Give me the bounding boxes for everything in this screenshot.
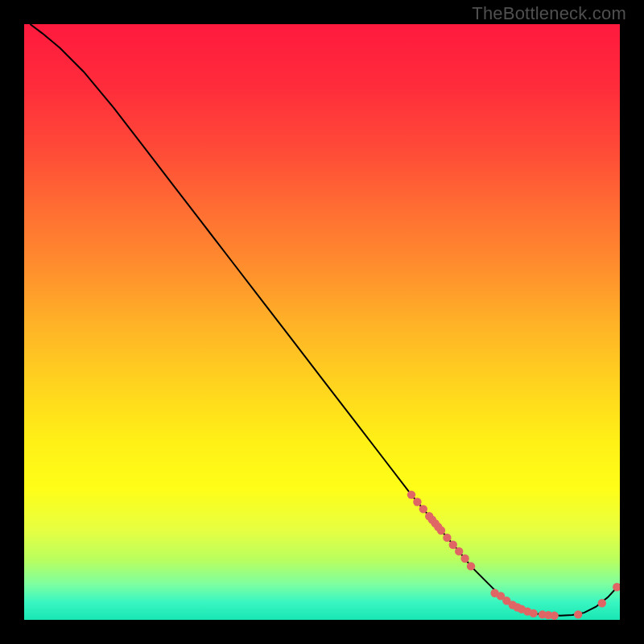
data-point — [467, 562, 475, 570]
data-point — [449, 541, 457, 549]
data-point — [413, 497, 421, 506]
gradient-rect — [24, 24, 620, 620]
chart-frame — [16, 16, 628, 628]
bottleneck-chart — [24, 24, 620, 620]
data-point — [419, 505, 427, 513]
data-point — [598, 599, 606, 607]
data-point — [460, 555, 469, 563]
data-point — [443, 534, 451, 542]
data-point — [407, 490, 415, 498]
data-point — [550, 612, 558, 620]
data-point — [437, 526, 445, 535]
data-point — [530, 609, 538, 617]
data-point — [455, 547, 463, 555]
data-point — [574, 610, 582, 618]
watermark-text: TheBottleneck.com — [472, 3, 626, 24]
